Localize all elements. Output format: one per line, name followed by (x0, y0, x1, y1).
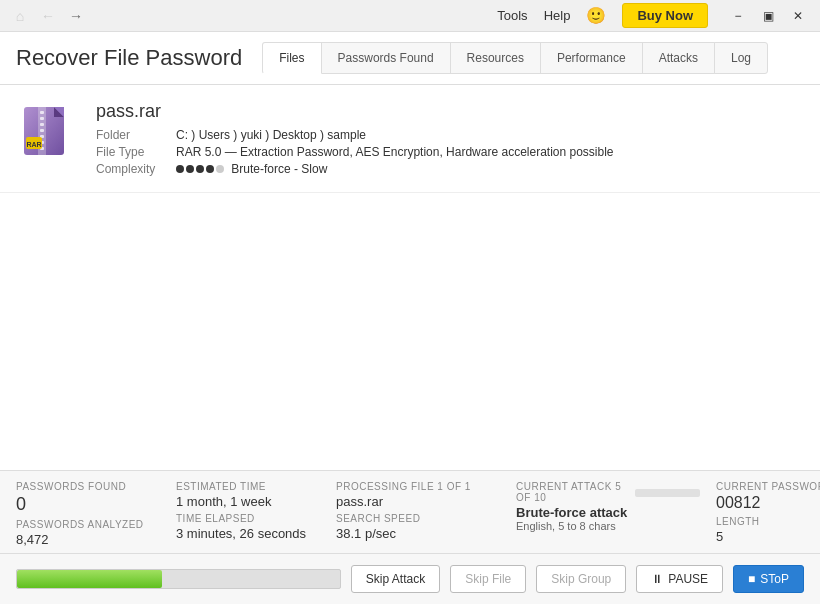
nav-home-button[interactable]: ⌂ (8, 4, 32, 28)
complexity-dots (176, 165, 224, 173)
time-elapsed-label: TIME ELAPSED (176, 513, 320, 524)
type-value: RAR 5.0 — Extraction Password, AES Encry… (176, 145, 800, 159)
tab-log[interactable]: Log (714, 42, 768, 74)
pause-icon: ⏸ (651, 572, 663, 586)
buy-now-button[interactable]: Buy Now (622, 3, 708, 28)
stat-processing: PROCESSING FILE 1 OF 1 pass.rar SEARCH S… (336, 481, 516, 547)
file-icon: RAR (20, 101, 80, 161)
tab-files[interactable]: Files (262, 42, 321, 74)
skip-file-button[interactable]: Skip File (450, 565, 526, 593)
progress-bar-fill (17, 570, 162, 588)
estimated-time-label: ESTIMATED TIME (176, 481, 320, 492)
tools-menu[interactable]: Tools (497, 8, 527, 23)
tab-attacks[interactable]: Attacks (642, 42, 715, 74)
tab-performance[interactable]: Performance (540, 42, 643, 74)
folder-label: Folder (96, 128, 176, 142)
stop-icon: ■ (748, 572, 755, 586)
complexity-text: Brute-force - Slow (231, 162, 327, 176)
search-speed-label: SEARCH SPEED (336, 513, 500, 524)
svg-rect-7 (40, 129, 44, 132)
processing-value: pass.rar (336, 494, 500, 509)
stats-bar: PASSWORDS FOUND 0 PASSWORDS ANALYZED 8,4… (0, 471, 820, 554)
complexity-value: Brute-force - Slow (176, 162, 800, 176)
help-menu[interactable]: Help (544, 8, 571, 23)
nav-forward-button[interactable]: → (64, 4, 88, 28)
processing-label: PROCESSING FILE 1 OF 1 (336, 481, 500, 492)
passwords-found-label: PASSWORDS FOUND (16, 481, 160, 492)
menu-bar: Tools Help 🙂 Buy Now (497, 3, 708, 28)
time-elapsed-value: 3 minutes, 26 seconds (176, 526, 320, 541)
nav-controls: ⌂ ← → (8, 4, 88, 28)
stat-password: CURRENT PASSWORD 00812 LENGTH 5 (716, 481, 820, 547)
current-password-label: CURRENT PASSWORD (716, 481, 820, 492)
passwords-analyzed-value: 8,472 (16, 532, 160, 547)
svg-rect-4 (40, 111, 44, 114)
file-info-area: RAR pass.rar Folder C: ) Users ) yuki ) … (0, 85, 820, 193)
stop-label: SToP (760, 572, 789, 586)
current-attack-value: Brute-force attack (516, 505, 700, 520)
dot-1 (176, 165, 184, 173)
type-label: File Type (96, 145, 176, 159)
content-area (0, 193, 820, 471)
app-title: Recover File Password (16, 45, 242, 71)
close-button[interactable]: ✕ (784, 2, 812, 30)
stop-button[interactable]: ■ SToP (733, 565, 804, 593)
estimated-time-value: 1 month, 1 week (176, 494, 320, 509)
minimize-button[interactable]: − (724, 2, 752, 30)
skip-attack-button[interactable]: Skip Attack (351, 565, 440, 593)
progress-area: Skip Attack Skip File Skip Group ⏸ PAUSE… (0, 554, 820, 604)
tab-resources[interactable]: Resources (450, 42, 541, 74)
search-speed-value: 38.1 p/sec (336, 526, 500, 541)
dot-2 (186, 165, 194, 173)
stat-time: ESTIMATED TIME 1 month, 1 week TIME ELAP… (176, 481, 336, 547)
file-name: pass.rar (96, 101, 800, 122)
dot-3 (196, 165, 204, 173)
svg-rect-6 (40, 123, 44, 126)
stat-attack: CURRENT ATTACK 5 OF 10 Brute-force attac… (516, 481, 716, 547)
pause-button[interactable]: ⏸ PAUSE (636, 565, 723, 593)
pause-label: PAUSE (668, 572, 708, 586)
file-details: pass.rar Folder C: ) Users ) yuki ) Desk… (96, 101, 800, 176)
maximize-button[interactable]: ▣ (754, 2, 782, 30)
progress-bar-container (16, 569, 341, 589)
title-bar: ⌂ ← → Tools Help 🙂 Buy Now − ▣ ✕ (0, 0, 820, 32)
svg-rect-5 (40, 117, 44, 120)
dot-5 (216, 165, 224, 173)
passwords-found-value: 0 (16, 494, 160, 515)
length-value: 5 (716, 529, 820, 544)
skip-group-button[interactable]: Skip Group (536, 565, 626, 593)
nav-back-button[interactable]: ← (36, 4, 60, 28)
smiley-icon[interactable]: 🙂 (586, 6, 606, 25)
svg-text:RAR: RAR (26, 141, 41, 148)
current-attack-sub: English, 5 to 8 chars (516, 520, 700, 532)
current-password-value: 00812 (716, 494, 820, 512)
attack-progress-bar (635, 489, 700, 497)
passwords-analyzed-label: PASSWORDS ANALYZED (16, 519, 160, 530)
file-meta: Folder C: ) Users ) yuki ) Desktop ) sam… (96, 128, 800, 176)
current-attack-label: CURRENT ATTACK 5 OF 10 (516, 481, 629, 503)
stat-passwords-found: PASSWORDS FOUND 0 PASSWORDS ANALYZED 8,4… (16, 481, 176, 547)
tab-bar: Files Passwords Found Resources Performa… (262, 42, 768, 74)
window-controls: − ▣ ✕ (724, 2, 812, 30)
complexity-label: Complexity (96, 162, 176, 176)
tab-passwords-found[interactable]: Passwords Found (321, 42, 451, 74)
length-label: LENGTH (716, 516, 820, 527)
main-header: Recover File Password Files Passwords Fo… (0, 32, 820, 85)
folder-value: C: ) Users ) yuki ) Desktop ) sample (176, 128, 800, 142)
dot-4 (206, 165, 214, 173)
